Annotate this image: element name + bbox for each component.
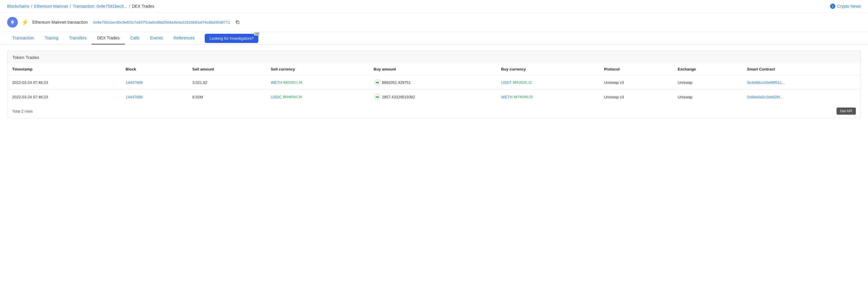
cell-smart-contract: 0x4e68ccd3e89f51c...: [742, 75, 861, 90]
breadcrumb-blockchains[interactable]: Blockchains: [7, 4, 29, 9]
token-trades-container: Token Trades Timestamp Block Sell amount…: [7, 51, 861, 118]
tab-references[interactable]: References: [168, 32, 200, 44]
col-block: Block: [121, 63, 187, 75]
tab-events[interactable]: Events: [145, 32, 168, 44]
arrow-right-icon: ➡: [374, 93, 381, 100]
ad-badge: Ad: [254, 32, 259, 36]
tab-dex-trades[interactable]: DEX Trades: [92, 32, 125, 44]
crypto-news-link[interactable]: i Crypto News: [830, 4, 861, 9]
col-smart-contract: Smart Contract: [742, 63, 861, 75]
buy-amount: 8882052.429751: [382, 80, 411, 85]
tab-transaction[interactable]: Transaction: [7, 32, 39, 44]
buy-currency-link[interactable]: USDT: [501, 80, 512, 85]
table-row: 2022-03-24 07:46:23 14447689 3,021.82 WE…: [7, 75, 861, 90]
smart-contract-link[interactable]: 0x4e68ccd3e89f51c...: [747, 80, 785, 85]
cell-exchange: Uniswap: [673, 75, 742, 90]
sell-currency-usd: $8948292.34: [283, 95, 302, 99]
tab-transfers[interactable]: Transfers: [64, 32, 92, 44]
cell-protocol: Uniswap v3: [599, 90, 673, 104]
tx-hash-link[interactable]: 0x9e7581bec90c9ef03c7a937f14a0c88d2504a4…: [93, 20, 230, 25]
cell-smart-contract: 0x88e6a0c2ddd26f...: [742, 90, 861, 104]
info-icon: i: [830, 4, 835, 9]
col-protocol: Protocol: [599, 63, 673, 75]
cell-block: 14447689: [121, 75, 187, 90]
col-timestamp: Timestamp: [7, 63, 121, 75]
block-link[interactable]: 14447689: [125, 95, 143, 99]
col-buy-currency: Buy currency: [496, 63, 599, 75]
sell-currency-link[interactable]: USDC: [271, 95, 282, 99]
copy-icon[interactable]: [236, 20, 240, 24]
buy-currency-link[interactable]: WETH: [501, 95, 512, 99]
cell-block: 14447689: [121, 90, 187, 104]
buy-amount: 2857.43329519382: [382, 95, 415, 99]
sell-currency-usd: $9252611.46: [283, 80, 302, 84]
sell-currency-link[interactable]: WETH: [271, 80, 282, 85]
cell-exchange: Uniswap: [673, 90, 742, 104]
bolt-icon: ⚡: [21, 19, 29, 26]
dex-trades-table: Timestamp Block Sell amount Sell currenc…: [7, 63, 861, 104]
col-buy-amount: Buy amount: [369, 63, 497, 75]
investigators-cta-button[interactable]: Looking for Investigators? Ad: [205, 34, 258, 43]
breadcrumb-current: DEX Trades: [132, 4, 154, 9]
top-bar: Blockchains / Ethereum Mainnet / Transac…: [0, 0, 868, 13]
investigators-cta-label: Looking for Investigators?: [210, 36, 254, 41]
tab-tracing[interactable]: Tracing: [39, 32, 64, 44]
col-exchange: Exchange: [673, 63, 742, 75]
cell-sell-amount: 3,021.82: [187, 75, 266, 90]
cell-arrow: ➡ 2857.43329519382: [369, 90, 497, 104]
breadcrumb: Blockchains / Ethereum Mainnet / Transac…: [7, 4, 154, 9]
breadcrumb-transaction[interactable]: Transaction: 0x9e7581bec9...: [73, 4, 127, 9]
table-footer: Total 2 rows Get API: [7, 104, 861, 118]
tabs-bar: Transaction Tracing Transfers DEX Trades…: [0, 32, 868, 45]
cell-buy-currency: WETH $8749260.53: [496, 90, 599, 104]
svg-rect-2: [237, 21, 239, 24]
tx-header: ⚡ Ethereum Mainnet transaction 0x9e7581b…: [0, 13, 868, 32]
buy-currency-usd: $8749260.53: [514, 95, 533, 99]
total-rows-label: Total 2 rows: [12, 109, 33, 113]
cell-sell-currency: USDC $8948292.34: [266, 90, 369, 104]
breadcrumb-ethereum[interactable]: Ethereum Mainnet: [34, 4, 68, 9]
smart-contract-link[interactable]: 0x88e6a0c2ddd26f...: [747, 95, 783, 99]
arrow-right-icon: ➡: [374, 79, 381, 86]
main-content: Token Trades Timestamp Block Sell amount…: [0, 45, 868, 124]
cell-protocol: Uniswap v3: [599, 75, 673, 90]
tab-calls[interactable]: Calls: [125, 32, 145, 44]
cell-buy-currency: USDT $8918191.12: [496, 75, 599, 90]
block-link[interactable]: 14447689: [125, 80, 143, 85]
svg-marker-0: [11, 20, 14, 23]
cell-timestamp: 2022-03-24 07:46:23: [7, 90, 121, 104]
cell-arrow: ➡ 8882052.429751: [369, 75, 497, 90]
col-sell-currency: Sell currency: [266, 63, 369, 75]
get-api-button[interactable]: Get API: [837, 108, 856, 115]
cell-sell-currency: WETH $9252611.46: [266, 75, 369, 90]
tx-label: Ethereum Mainnet transaction: [32, 20, 88, 25]
cell-sell-amount: 8.92M: [187, 90, 266, 104]
buy-currency-usd: $8918191.12: [513, 80, 532, 84]
col-sell-amount: Sell amount: [187, 63, 266, 75]
table-row: 2022-03-24 07:46:23 14447689 8.92M USDC …: [7, 90, 861, 104]
cell-timestamp: 2022-03-24 07:46:23: [7, 75, 121, 90]
section-title: Token Trades: [7, 51, 861, 63]
ethereum-icon: [7, 17, 18, 28]
